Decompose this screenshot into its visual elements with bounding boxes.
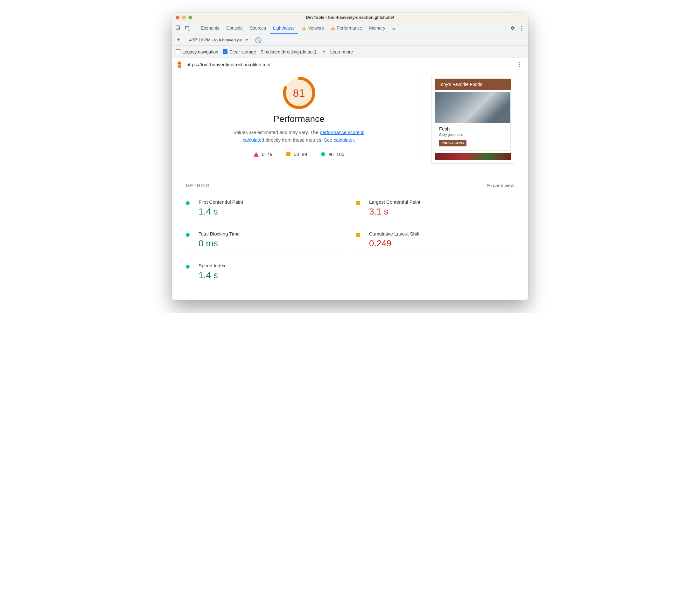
circle-icon: [321, 152, 325, 156]
inspect-element-icon[interactable]: [174, 24, 183, 33]
legend-average: 50–89: [286, 152, 307, 157]
window-title: DevTools - foul-heavenly-direction.glitc…: [172, 15, 528, 20]
svg-point-8: [518, 64, 520, 65]
expand-view-toggle[interactable]: Expand view: [487, 183, 514, 188]
lighthouse-report: 81 Performance Values are estimated and …: [172, 71, 528, 300]
metric-tbt[interactable]: Total Blocking Time 0 ms: [186, 224, 344, 256]
report-menu-icon[interactable]: [515, 60, 524, 69]
svg-point-5: [521, 30, 522, 30]
preview-card-image: [435, 92, 510, 123]
preview-card-title: Fesh: [439, 126, 507, 132]
square-icon: [286, 152, 290, 156]
preview-card-body: Fesh Salty goodness PROS & CONS: [435, 123, 510, 150]
metric-value: 0 ms: [198, 238, 344, 249]
metric-value: 0.249: [369, 238, 514, 249]
legend-label: 50–89: [294, 152, 307, 157]
metric-lcp[interactable]: Largest Contentful Paint 3.1 s: [356, 192, 514, 224]
desc-text: directly from these metrics.: [264, 137, 324, 143]
metric-name: Cumulative Layout Shift: [369, 231, 514, 236]
calculator-link[interactable]: See calculator.: [324, 137, 355, 143]
tab-label: Network: [308, 25, 324, 30]
tab-label: Performance: [337, 25, 362, 30]
metric-name: First Contentful Paint: [198, 199, 344, 205]
chevron-down-icon: ▼: [323, 50, 326, 53]
checkbox-icon: [176, 49, 180, 54]
metrics-grid: First Contentful Paint 1.4 s Largest Con…: [186, 192, 514, 287]
clear-storage-checkbox[interactable]: ✓ Clear storage: [223, 49, 256, 54]
devtools-tabbar: Elements Console Sources Lighthouse Netw…: [172, 22, 528, 34]
desc-text: Values are estimated and may vary. The: [234, 130, 320, 135]
tab-network[interactable]: Network: [299, 23, 327, 34]
legend-pass: 90–100: [321, 152, 344, 157]
throttling-label: Simulated throttling (default): [261, 49, 316, 54]
tab-sources[interactable]: Sources: [247, 23, 269, 34]
tab-label: Console: [226, 25, 242, 30]
metric-si[interactable]: Speed Index 1.4 s: [186, 256, 344, 287]
gauge-description: Values are estimated and may vary. The p…: [229, 129, 369, 144]
kebab-menu-icon[interactable]: [517, 24, 526, 33]
performance-gauge[interactable]: 81: [283, 76, 316, 110]
preview-card-button: PROS & CONS: [439, 140, 466, 146]
lighthouse-toolbar: + 4:57:16 PM - foul-heavenly-di ▼: [172, 34, 528, 46]
clear-icon[interactable]: [255, 37, 262, 43]
triangle-icon: [254, 152, 259, 157]
preview-card: Fesh Salty goodness PROS & CONS: [435, 92, 511, 150]
tab-label: Lighthouse: [273, 25, 295, 30]
gauge-score: 81: [283, 76, 316, 110]
warning-icon: [331, 26, 335, 30]
checkbox-label: Clear storage: [230, 49, 256, 54]
pass-indicator-icon: [186, 201, 190, 205]
audit-selector[interactable]: 4:57:16 PM - foul-heavenly-di ▼: [186, 36, 252, 44]
metric-name: Speed Index: [198, 263, 344, 268]
average-indicator-icon: [356, 233, 360, 237]
report-url-bar: https://foul-heavenly-direction.glitch.m…: [172, 58, 528, 71]
pass-indicator-icon: [186, 233, 190, 237]
settings-gear-icon[interactable]: [508, 24, 517, 33]
metrics-title: METRICS: [186, 183, 210, 188]
metric-value: 3.1 s: [369, 207, 514, 217]
tab-memory[interactable]: Memory: [366, 23, 388, 34]
legend-label: 0–49: [262, 152, 272, 157]
tab-lighthouse[interactable]: Lighthouse: [270, 23, 298, 34]
legend-label: 90–100: [328, 152, 344, 157]
preview-header: Tony's Favorite Foods: [435, 78, 511, 90]
page-preview: Tony's Favorite Foods Fesh Salty goodnes…: [431, 75, 514, 164]
more-tabs-icon[interactable]: [389, 24, 398, 33]
tab-elements[interactable]: Elements: [198, 23, 222, 34]
metric-value: 1.4 s: [198, 270, 344, 280]
tab-label: Sources: [250, 25, 266, 30]
gauge-title: Performance: [273, 114, 324, 124]
svg-point-3: [521, 26, 522, 27]
tab-console[interactable]: Console: [223, 23, 246, 34]
titlebar: DevTools - foul-heavenly-direction.glitc…: [172, 13, 528, 22]
tab-label: Memory: [369, 25, 385, 30]
throttling-dropdown[interactable]: Simulated throttling (default) ▼: [261, 49, 326, 54]
tab-label: Elements: [201, 25, 219, 30]
legacy-navigation-checkbox[interactable]: Legacy navigation: [176, 49, 218, 54]
checkbox-icon: ✓: [223, 49, 227, 54]
metric-fcp[interactable]: First Contentful Paint 1.4 s: [186, 192, 344, 224]
metric-cls[interactable]: Cumulative Layout Shift 0.249: [356, 224, 514, 256]
svg-point-7: [518, 62, 520, 63]
report-summary: 81 Performance Values are estimated and …: [186, 75, 514, 164]
checkbox-label: Legacy navigation: [182, 49, 218, 54]
average-indicator-icon: [356, 201, 360, 205]
metrics-header: METRICS Expand view: [186, 183, 514, 192]
preview-card-subtitle: Salty goodness: [439, 133, 507, 137]
chevron-down-icon: ▼: [245, 38, 248, 42]
svg-point-9: [518, 66, 520, 67]
new-audit-button[interactable]: +: [174, 36, 183, 44]
pass-indicator-icon: [186, 265, 190, 269]
gauge-column: 81 Performance Values are estimated and …: [186, 75, 422, 157]
metric-value: 1.4 s: [198, 207, 344, 217]
legend-fail: 0–49: [254, 152, 272, 157]
learn-more-link[interactable]: Learn more: [330, 49, 353, 54]
warning-icon: [302, 26, 306, 30]
metric-name: Total Blocking Time: [198, 231, 344, 236]
tab-performance[interactable]: Performance: [328, 23, 365, 34]
report-url: https://foul-heavenly-direction.glitch.m…: [187, 62, 270, 67]
device-toolbar-icon[interactable]: [183, 24, 192, 33]
audit-selector-label: 4:57:16 PM - foul-heavenly-di: [189, 38, 243, 42]
preview-card-strip: [435, 153, 511, 160]
svg-rect-2: [188, 27, 190, 30]
